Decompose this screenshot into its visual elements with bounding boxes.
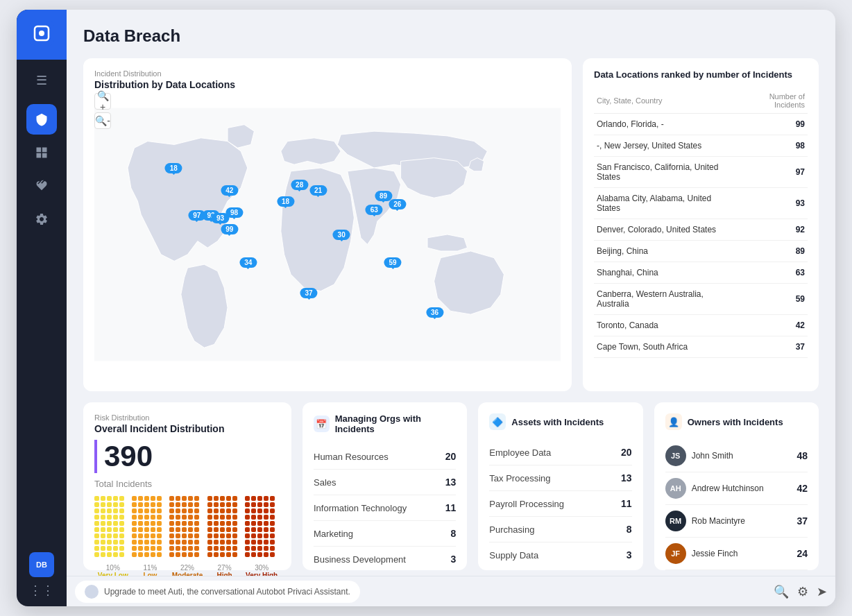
risk-dot	[251, 546, 256, 551]
zoom-out-button[interactable]: 🔍-	[94, 112, 111, 129]
risk-title: Overall Incident Distribution	[94, 423, 280, 434]
risk-dot	[264, 540, 269, 545]
risk-dot	[251, 502, 256, 507]
risk-dot	[113, 533, 118, 538]
org-name: Business Development	[314, 554, 406, 565]
map-pin: 89	[375, 191, 392, 201]
risk-dot	[157, 496, 162, 501]
asset-icon: 🔷	[489, 413, 506, 430]
risk-dot	[107, 502, 112, 507]
risk-dot	[207, 508, 212, 513]
risk-dot	[257, 521, 262, 526]
risk-dot	[151, 527, 155, 532]
risk-dot	[232, 515, 237, 520]
risk-dot	[144, 515, 149, 520]
risk-dot	[151, 502, 155, 507]
risk-dot	[251, 527, 256, 532]
table-row: Alabama City, Alabama, United States93	[594, 188, 808, 219]
app-grid-icon[interactable]: ⋮⋮	[29, 583, 54, 598]
org-name: Sales	[314, 477, 336, 488]
owner-left: JF Jessie Finch	[665, 543, 738, 564]
hamburger-menu[interactable]: ☰	[17, 65, 67, 96]
risk-dot	[101, 502, 105, 507]
risk-dot	[207, 533, 212, 538]
sidebar-item-shield[interactable]	[26, 104, 57, 135]
risk-dot	[132, 508, 137, 513]
risk-dot	[138, 533, 143, 538]
risk-dot	[214, 496, 219, 501]
risk-dot	[220, 533, 225, 538]
risk-dot	[176, 533, 180, 538]
bottom-section: Risk Distribution Overall Incident Distr…	[83, 402, 819, 570]
filter-bottom-button[interactable]: ⚙	[797, 584, 808, 599]
managing-orgs-card: 📅 Managing Orgs with Incidents Human Res…	[303, 402, 467, 570]
risk-dot	[138, 502, 143, 507]
count-cell: 92	[737, 219, 808, 241]
risk-dot	[182, 552, 187, 557]
risk-dot	[207, 540, 212, 545]
risk-dot	[101, 552, 105, 557]
risk-dot	[264, 533, 269, 538]
zoom-in-button[interactable]: 🔍+	[94, 93, 111, 110]
risk-dot	[245, 496, 250, 501]
risk-dot	[214, 508, 219, 513]
risk-dot	[94, 533, 99, 538]
risk-dot	[257, 502, 262, 507]
risk-dot	[169, 527, 174, 532]
owner-name: Andrew Hutchinson	[692, 484, 764, 493]
list-item: Purchasing8	[489, 517, 631, 542]
table-row: Canberra, Western Australia, Australia59	[594, 284, 808, 315]
owner-item: JF Jessie Finch 24	[665, 538, 808, 570]
risk-dot	[157, 546, 162, 551]
sidebar-item-settings[interactable]	[26, 204, 57, 234]
bottom-actions: 🔍 ⚙ ➤	[774, 584, 827, 599]
risk-dot	[188, 546, 193, 551]
risk-dot	[169, 546, 174, 551]
risk-dot	[194, 552, 199, 557]
risk-subtitle: Risk Distribution	[94, 413, 280, 422]
risk-dot	[257, 508, 262, 513]
sidebar-item-tools[interactable]	[26, 171, 57, 201]
chat-bubble[interactable]: Upgrade to meet Auti, the conversational…	[75, 581, 360, 603]
managing-orgs-header: 📅 Managing Orgs with Incidents	[314, 413, 456, 434]
risk-dot	[157, 540, 162, 545]
risk-dot	[107, 515, 112, 520]
risk-dot	[226, 502, 231, 507]
risk-dot	[151, 521, 155, 526]
col-city-header: City, State, Country	[594, 88, 737, 114]
risk-dot	[232, 496, 237, 501]
search-bottom-button[interactable]: 🔍	[774, 584, 789, 599]
risk-dot	[232, 540, 237, 545]
risk-total: 390	[94, 440, 280, 473]
risk-dot	[157, 552, 162, 557]
risk-distribution-card: Risk Distribution Overall Incident Distr…	[83, 402, 291, 570]
share-bottom-button[interactable]: ➤	[817, 584, 827, 599]
city-cell: Alabama City, Alabama, United States	[594, 188, 737, 219]
risk-dot	[101, 496, 105, 501]
assets-list: Employee Data20Tax Processing13Payroll P…	[489, 440, 631, 567]
risk-dot	[270, 533, 275, 538]
risk-dot	[113, 515, 118, 520]
sidebar-item-dashboard[interactable]	[26, 137, 57, 168]
owners-title: Owners with Incidents	[688, 417, 783, 427]
org-count: 8	[451, 528, 457, 539]
risk-dot	[220, 502, 225, 507]
risk-dot	[176, 546, 180, 551]
user-avatar[interactable]: DB	[29, 552, 54, 577]
risk-dot	[270, 552, 275, 557]
data-locations-table: City, State, Country Number of Incidents…	[594, 88, 808, 358]
table-row: Toronto, Canada42	[594, 315, 808, 336]
risk-dot	[188, 496, 193, 501]
risk-dot	[220, 508, 225, 513]
risk-dot	[226, 540, 231, 545]
list-item: Business Development3	[314, 547, 456, 572]
map-pin: 28	[291, 180, 308, 190]
map-pin: 42	[221, 185, 238, 196]
app-logo[interactable]	[17, 10, 67, 60]
risk-dot	[245, 527, 250, 532]
risk-dot	[251, 515, 256, 520]
map-pin: 34	[239, 257, 257, 268]
risk-dot	[194, 546, 199, 551]
risk-dot	[132, 533, 137, 538]
risk-dot	[94, 515, 99, 520]
